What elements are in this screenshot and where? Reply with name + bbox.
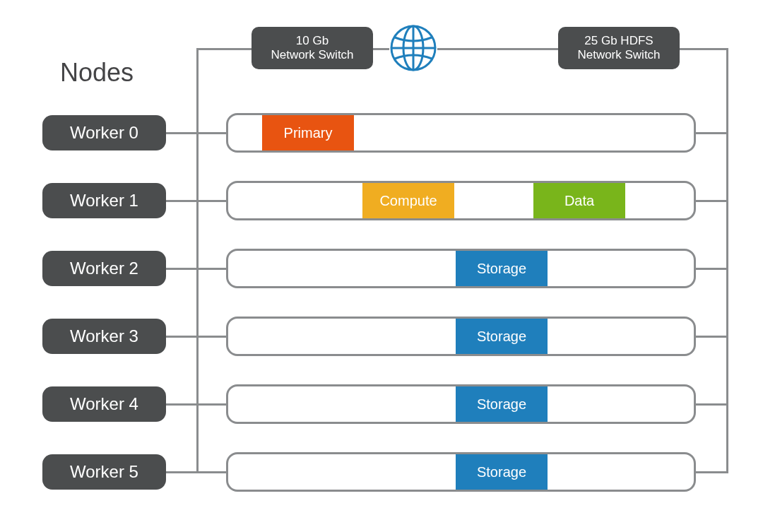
network-switch-left: 10 Gb Network Switch	[252, 27, 373, 69]
connector-line	[196, 132, 226, 134]
connector-line	[196, 471, 226, 473]
connector-line	[696, 200, 728, 202]
connector-line	[726, 48, 728, 473]
connector-line	[437, 48, 558, 50]
connector-line	[373, 48, 389, 50]
network-switch-right: 25 Gb HDFS Network Switch	[558, 27, 680, 69]
connector-line	[166, 403, 196, 406]
connector-line	[696, 268, 728, 270]
connector-line	[696, 336, 728, 338]
worker-row-slot: ComputeData	[226, 181, 696, 220]
compute-block: Compute	[362, 183, 454, 218]
worker-node-badge: Worker 0	[42, 115, 166, 150]
connector-line	[196, 200, 226, 202]
connector-line	[196, 268, 226, 270]
connector-line	[196, 48, 252, 50]
connector-line	[196, 336, 226, 338]
worker-row-slot: Storage	[226, 249, 696, 288]
connector-line	[696, 471, 728, 473]
worker-row-slot: Storage	[226, 384, 696, 424]
connector-line	[696, 132, 728, 134]
connector-line	[166, 132, 196, 134]
connector-line	[166, 471, 196, 473]
connector-line	[166, 336, 196, 338]
worker-node-badge: Worker 1	[42, 183, 166, 218]
worker-row-slot: Primary	[226, 113, 696, 153]
connector-line	[166, 200, 196, 202]
worker-row-slot: Storage	[226, 452, 696, 492]
storage-block: Storage	[456, 251, 548, 286]
worker-node-badge: Worker 2	[42, 251, 166, 286]
worker-node-badge: Worker 5	[42, 454, 166, 490]
data-block: Data	[533, 183, 625, 218]
storage-block: Storage	[456, 319, 548, 354]
worker-row-slot: Storage	[226, 317, 696, 356]
connector-line	[696, 403, 728, 406]
storage-block: Storage	[456, 454, 548, 490]
primary-block: Primary	[262, 115, 354, 150]
worker-node-badge: Worker 3	[42, 319, 166, 354]
connector-line	[196, 48, 199, 473]
worker-node-badge: Worker 4	[42, 386, 166, 422]
connector-line	[196, 403, 226, 406]
globe-icon	[389, 23, 438, 73]
connector-line	[680, 48, 728, 50]
nodes-heading: Nodes	[60, 58, 134, 88]
storage-block: Storage	[456, 386, 548, 422]
connector-line	[166, 268, 196, 270]
